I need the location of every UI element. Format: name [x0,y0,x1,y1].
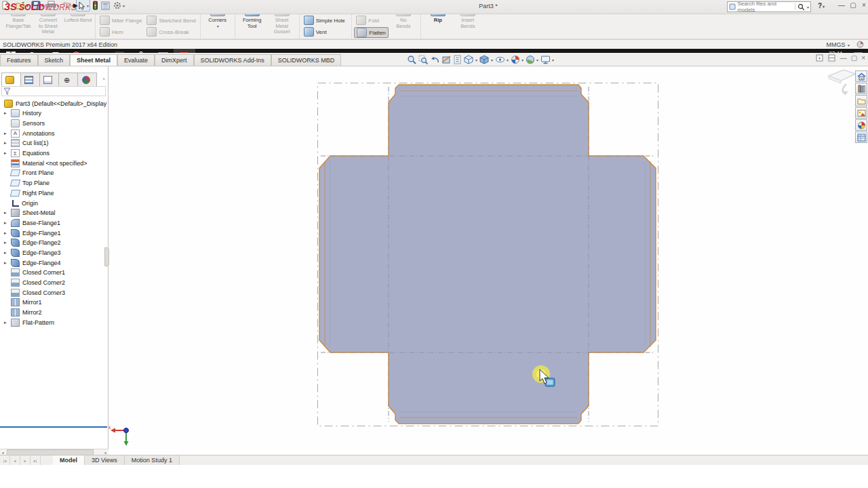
panel-tab[interactable] [39,73,59,87]
search-icon[interactable] [797,3,804,11]
tab-scroll-next[interactable]: ▸ [20,455,31,465]
apply-scene-button[interactable]: ▾ [526,55,538,64]
panel-tab[interactable] [1,73,21,87]
hem-button[interactable]: Hem [98,27,144,37]
scroll-right-arrow[interactable]: ▸ [103,450,108,455]
home-tab[interactable] [855,70,867,82]
previous-view-button[interactable] [430,55,439,64]
scroll-left-arrow[interactable]: ◂ [0,450,5,455]
tree-item[interactable]: ▸ History [0,108,107,119]
restore-button[interactable]: ▢ [848,1,858,9]
expand-arrow-icon[interactable]: ▸ [4,131,11,136]
expand-arrow-icon[interactable]: ▸ [4,240,11,245]
doc-restore-button[interactable]: ▢ [851,54,857,62]
edit-appearance-button[interactable]: ▾ [511,55,524,64]
view-palette-tab[interactable] [855,107,867,119]
new-window-icon[interactable] [816,54,824,62]
tree-item[interactable]: ▸ Annotations [0,128,107,138]
expand-arrow-icon[interactable]: ▸ [4,250,11,256]
tree-item[interactable]: Closed Corner1 [0,268,107,278]
design-library-tab[interactable] [855,83,867,94]
dynamic-annotation-views-button[interactable] [453,55,462,64]
tree-item[interactable]: Front Plane [0,168,107,178]
tree-item[interactable]: ▸ Base-Flange1 [0,218,107,228]
tab-scroll-first[interactable]: |◂ [0,455,10,465]
graphics-viewport[interactable] [108,66,868,449]
expand-arrow-icon[interactable]: ▸ [4,110,11,116]
minimize-button[interactable]: — [837,1,846,9]
document-tab[interactable]: Model [53,455,85,465]
search-input[interactable]: Search files and models ▾ [727,1,811,12]
fold-button[interactable]: Fold [354,16,388,25]
cross-break-button[interactable]: Cross-Break [144,27,197,37]
expand-arrow-icon[interactable]: ▸ [4,140,11,146]
status-globe-icon[interactable] [856,41,864,48]
tree-item[interactable]: ▸ Cut list(1) [0,138,107,148]
help-button[interactable]: ?▾ [818,2,825,9]
panel-tabs-overflow-chevron[interactable]: › [99,73,108,85]
tree-item[interactable]: Closed Corner2 [0,278,107,288]
simple-hole-button[interactable]: Simple Hole [302,16,350,25]
tree-item[interactable]: Material <not specified> [0,158,107,168]
tree-filter-input[interactable] [1,86,106,96]
file-properties-button[interactable] [100,0,111,11]
command-tab[interactable]: SOLIDWORKS Add-Ins [194,54,271,66]
tab-scroll-last[interactable]: ▸| [31,455,41,465]
vent-button[interactable]: Vent [302,27,350,37]
tree-item[interactable]: ▸ Edge-Flange3 [0,248,107,258]
command-tab[interactable]: Features [0,54,38,66]
tree-item[interactable]: Origin [0,198,107,208]
rollback-bar[interactable] [0,426,107,428]
search-options-caret[interactable]: ▾ [807,5,809,9]
file-explorer-tab[interactable] [855,95,867,106]
units-selector[interactable]: MMGS ▾ [826,41,850,48]
expand-arrow-icon[interactable]: ▸ [4,320,11,325]
panel-splitter-handle[interactable] [104,247,109,266]
close-button[interactable]: × [859,1,868,9]
doc-minimize-button[interactable]: — [840,54,847,62]
hide-show-items-button[interactable]: ▾ [495,55,509,64]
section-view-button[interactable] [441,55,451,64]
document-tab[interactable]: Motion Study 1 [125,455,180,465]
options-button[interactable]: ▾ [112,0,125,11]
select-tool-button[interactable]: ▾ [76,0,90,12]
zoom-to-area-button[interactable] [418,55,428,64]
tree-item[interactable]: ▸ Sheet-Metal [0,208,107,218]
expand-arrow-icon[interactable]: ▸ [4,150,11,156]
zoom-to-fit-button[interactable] [407,55,416,64]
miter-flange-button[interactable]: Miter Flange [98,16,144,25]
document-tab[interactable]: 3D Views [85,455,125,465]
rebuild-button[interactable] [92,0,99,11]
expand-arrow-icon[interactable]: ▸ [4,220,11,226]
tree-item[interactable]: Closed Corner3 [0,287,107,298]
view-settings-button[interactable]: ▾ [540,55,554,64]
tree-item[interactable]: ▸ Edge-Flange2 [0,238,107,248]
view-orientation-button[interactable]: ▾ [464,55,477,64]
expand-arrow-icon[interactable]: ▸ [4,210,11,216]
display-style-button[interactable]: ▾ [479,55,493,64]
expand-arrow-icon[interactable]: ▸ [4,230,11,236]
tree-item[interactable]: ▸ Edge-Flange1 [0,228,107,238]
expand-arrow-icon[interactable]: ▸ [4,260,11,266]
appearances-tab[interactable] [855,119,867,131]
tree-root-item[interactable]: Part3 (Default<<Default>_Display State [0,98,107,108]
custom-properties-tab[interactable] [855,131,867,143]
tree-item[interactable]: ▸ Equations [0,148,107,159]
tree-item[interactable]: Right Plane [0,188,107,199]
tree-item[interactable]: Mirror1 [0,298,107,308]
tree-item[interactable]: Top Plane [0,178,107,188]
corners-caret[interactable]: ▾ [217,24,219,28]
tree-item[interactable]: ▸ Flat-Pattern [0,317,107,327]
command-tab[interactable]: DimXpert [155,54,194,66]
command-tab[interactable]: SOLIDWORKS MBD [271,54,342,66]
sketched-bend-button[interactable]: Sketched Bend [144,16,197,25]
panel-tab[interactable] [58,73,78,87]
flatten-button[interactable]: Flatten [354,27,388,38]
command-tab[interactable]: Evaluate [117,54,155,66]
panel-tab[interactable] [20,73,40,87]
tree-item[interactable]: Mirror2 [0,308,107,318]
command-tab[interactable]: Sketch [38,54,71,66]
command-tab[interactable]: Sheet Metal [70,54,117,66]
menu-flyout-arrow[interactable]: ▶ [73,2,78,9]
tree-item[interactable]: Sensors [0,119,107,129]
